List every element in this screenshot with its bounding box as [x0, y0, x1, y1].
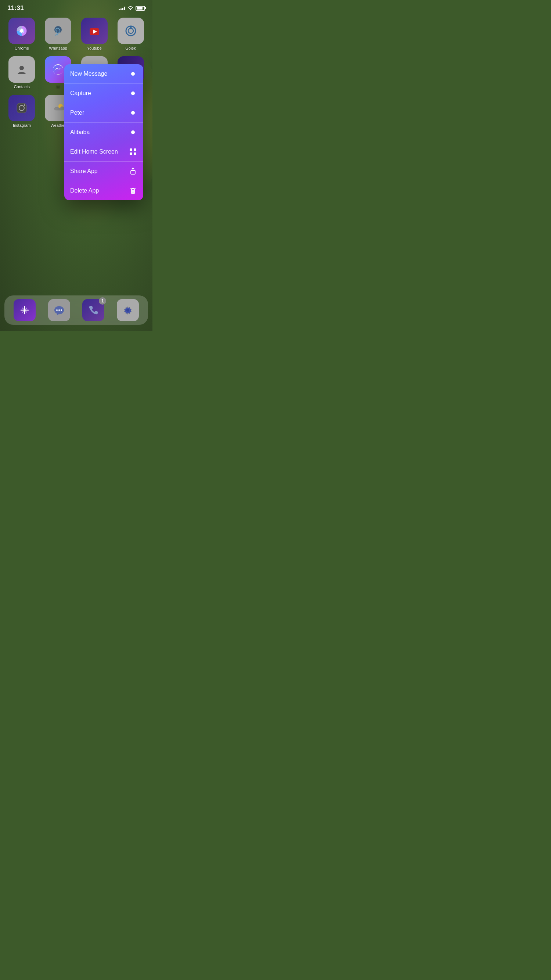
svg-point-33 [126, 309, 129, 312]
peter-dot-icon [131, 111, 135, 115]
svg-point-7 [128, 28, 133, 33]
phone-badge: 1 [99, 297, 106, 305]
chrome-label: Chrome [15, 46, 29, 50]
new-message-dot-icon [131, 72, 135, 76]
svg-point-9 [19, 66, 24, 70]
signal-icon [119, 6, 125, 10]
dock-phone[interactable]: 1 [82, 299, 104, 321]
alibaba-label: Alibaba [70, 129, 90, 135]
share-app-label: Share App [70, 168, 98, 175]
svg-rect-20 [134, 148, 136, 151]
status-bar: 11:31 [0, 0, 152, 14]
context-menu-peter[interactable]: Peter [64, 103, 143, 123]
trash-icon [129, 186, 137, 195]
dock: 1 [5, 296, 148, 325]
context-menu-new-message[interactable]: New Message [64, 64, 143, 84]
app-whatsapp[interactable]: Whatsapp [42, 18, 75, 50]
context-menu-edit-home[interactable]: Edit Home Screen [64, 142, 143, 162]
svg-rect-23 [131, 170, 135, 174]
svg-rect-21 [130, 153, 132, 155]
new-message-label: New Message [70, 70, 107, 77]
alibaba-dot-icon [131, 130, 135, 134]
context-menu-capture[interactable]: Capture [64, 84, 143, 103]
screen: 11:31 [0, 0, 152, 331]
app-gojek[interactable]: Gojek [114, 18, 147, 50]
svg-point-8 [130, 26, 132, 28]
battery-icon [135, 6, 145, 11]
status-time: 11:31 [7, 5, 24, 12]
app-instagram[interactable]: Instagram [5, 95, 38, 127]
app-contacts[interactable]: Contacts [5, 56, 38, 89]
grid-icon [129, 147, 137, 156]
status-icons [119, 5, 145, 11]
context-menu: New Message Capture Peter Alibaba Edit H [64, 64, 143, 200]
whatsapp-label: Whatsapp [49, 46, 67, 50]
svg-point-30 [59, 309, 60, 311]
svg-point-2 [20, 29, 24, 33]
svg-rect-19 [130, 148, 132, 151]
peter-label: Peter [70, 110, 84, 116]
share-icon [129, 167, 137, 176]
context-menu-alibaba[interactable]: Alibaba [64, 123, 143, 142]
svg-point-31 [60, 309, 62, 311]
dock-messages[interactable] [48, 299, 70, 321]
app-chrome[interactable]: Chrome [5, 18, 38, 50]
dock-app-store[interactable] [14, 299, 36, 321]
youtube-label: Youtube [87, 46, 102, 50]
capture-dot-icon [131, 92, 135, 95]
svg-point-17 [24, 104, 25, 106]
delete-app-label: Delete App [70, 188, 99, 194]
app-youtube[interactable]: Youtube [78, 18, 111, 50]
messenger-active-label: M [57, 84, 60, 89]
contacts-label: Contacts [14, 84, 30, 89]
dock-settings[interactable] [117, 299, 139, 321]
wifi-icon [127, 5, 133, 11]
context-menu-share-app[interactable]: Share App [64, 162, 143, 181]
edit-home-label: Edit Home Screen [70, 148, 118, 155]
svg-rect-22 [134, 153, 136, 155]
capture-label: Capture [70, 90, 91, 97]
gojek-label: Gojek [125, 46, 136, 50]
context-menu-delete-app[interactable]: Delete App [64, 181, 143, 200]
instagram-label: Instagram [13, 123, 31, 127]
svg-point-29 [56, 309, 58, 311]
weather-label: Weather [50, 123, 65, 127]
